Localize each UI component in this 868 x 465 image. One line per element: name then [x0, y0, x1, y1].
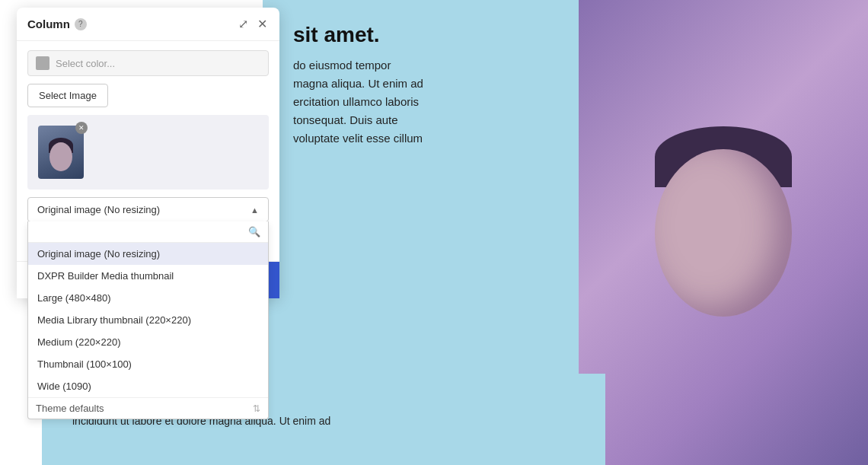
- dropdown-option-1[interactable]: DXPR Builder Media thumbnail: [28, 265, 268, 287]
- dropdown-selected-value: Original image (No resizing): [37, 204, 160, 215]
- bg-para-1: do eiusmod tempor magna aliqua. Ut enim …: [293, 56, 548, 148]
- preview-thumbnail: [38, 126, 84, 179]
- panel-header: Column ? ⤢ ✕: [17, 8, 279, 41]
- face-silhouette: [632, 126, 815, 370]
- panel-title: Column: [27, 18, 70, 30]
- chevron-up-icon: ▲: [251, 205, 259, 215]
- select-color-row: Select color...: [27, 50, 269, 76]
- sort-icon: ⇅: [253, 403, 260, 414]
- dropdown-option-2[interactable]: Large (480×480): [28, 287, 268, 309]
- face-oval: [655, 149, 792, 317]
- dropdown-option-5[interactable]: Thumbnail (100×100): [28, 353, 268, 375]
- color-swatch: [36, 56, 49, 70]
- image-style-dropdown: Original image (No resizing) ▲ 🔍 Origina…: [27, 197, 269, 222]
- theme-defaults-label: Theme defaults: [36, 403, 104, 414]
- background-image: [579, 0, 868, 465]
- dropdown-option-4[interactable]: Medium (220×220): [28, 331, 268, 353]
- bg-right-panel: [579, 0, 868, 465]
- help-icon[interactable]: ?: [75, 18, 87, 30]
- dropdown-search-row: 🔍: [28, 221, 268, 243]
- dropdown-trigger[interactable]: Original image (No resizing) ▲: [27, 197, 269, 222]
- dropdown-option-0[interactable]: Original image (No resizing): [28, 243, 268, 265]
- close-button[interactable]: ✕: [256, 15, 269, 33]
- panel-header-left: Column ?: [27, 18, 87, 30]
- dropdown-option-3[interactable]: Media Library thumbnail (220×220): [28, 309, 268, 331]
- dropdown-search-input[interactable]: [36, 226, 245, 237]
- remove-image-button[interactable]: ✕: [75, 122, 88, 134]
- search-icon: 🔍: [248, 226, 260, 237]
- bg-heading-1: sit amet.: [293, 23, 548, 47]
- select-image-button[interactable]: Select Image: [27, 84, 108, 107]
- panel-header-right: ⤢ ✕: [237, 15, 269, 33]
- expand-button[interactable]: ⤢: [237, 15, 250, 33]
- preview-oval: [49, 142, 72, 171]
- dropdown-option-6[interactable]: Wide (1090): [28, 375, 268, 397]
- dropdown-footer: Theme defaults ⇅: [28, 397, 268, 419]
- image-preview-area: ✕: [27, 115, 269, 190]
- preview-thumb-wrap: ✕: [38, 126, 84, 179]
- panel-body: Select color... Select Image ✕ Original …: [17, 41, 279, 233]
- column-panel: Column ? ⤢ ✕ Select color... Select Imag…: [17, 8, 279, 298]
- select-color-label: Select color...: [56, 58, 115, 69]
- dropdown-menu: 🔍 Original image (No resizing) DXPR Buil…: [27, 221, 269, 419]
- preview-face: [46, 132, 76, 174]
